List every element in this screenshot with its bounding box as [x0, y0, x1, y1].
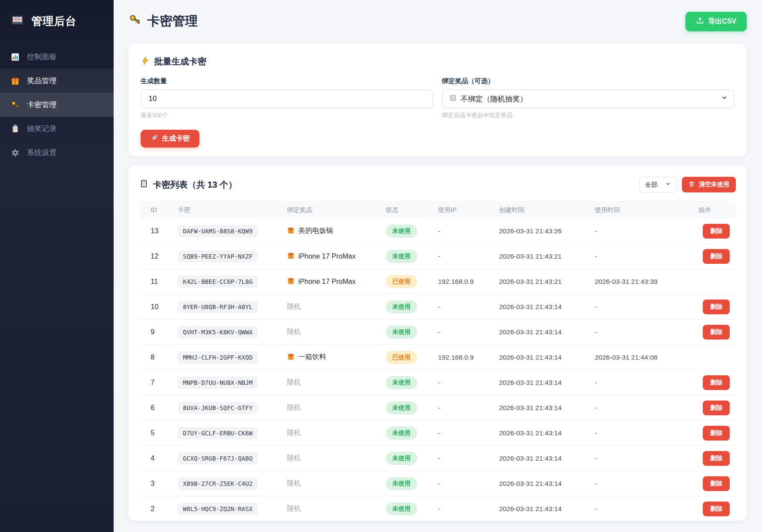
- status-cell: 已使用: [386, 351, 438, 364]
- used-time: -: [595, 404, 698, 412]
- status-cell: 未使用: [386, 300, 438, 313]
- prize-select[interactable]: 不绑定（随机抽奖）: [442, 89, 735, 108]
- prize-name: 随机: [287, 454, 301, 463]
- card-code: 8YER-U8QB-RF3H-A8YL: [178, 301, 258, 313]
- use-ip: -: [438, 379, 499, 387]
- delete-button[interactable]: 删除: [703, 476, 730, 491]
- delete-button[interactable]: 删除: [703, 325, 730, 340]
- used-time: 2026-03-31 21:43:39: [595, 278, 698, 286]
- delete-button[interactable]: 删除: [703, 249, 730, 264]
- column-header: 绑定奖品: [287, 206, 386, 214]
- created-time: 2026-03-31 21:43:14: [499, 404, 595, 412]
- used-time: -: [595, 505, 698, 513]
- card-list-card: 卡密列表（共 13 个） 全部 清空未使用 ID卡密绑定奖品状态使用IP创建时间…: [128, 165, 747, 521]
- card-code-cell: GCXQ-SRGB-F67J-QABQ: [178, 452, 287, 465]
- use-ip: -: [438, 429, 499, 437]
- prize-cell: 随机: [287, 428, 386, 438]
- table-row: 5D7UY-GCLF-ERBU-CK6W随机未使用-2026-03-31 21:…: [139, 421, 736, 446]
- delete-button[interactable]: 删除: [703, 224, 730, 239]
- card-code: K42L-BBEE-CC6P-7L8G: [178, 276, 258, 288]
- delete-button[interactable]: 删除: [703, 375, 730, 390]
- created-time: 2026-03-31 21:43:14: [499, 480, 595, 488]
- batch-generate-card: 批量生成卡密 生成数量 最多500个 绑定奖品（可选） 不绑定（随机抽奖） 绑定…: [128, 44, 747, 156]
- table-row: 8MMHJ-CLFH-2GPF-KXQD一箱饮料已使用192.168.0.920…: [139, 345, 736, 370]
- prize-select-value: 不绑定（随机抽奖）: [461, 94, 527, 104]
- chevron-down-icon: [721, 94, 728, 103]
- created-time: 2026-03-31 21:43:21: [499, 278, 595, 286]
- sidebar-item-prizes[interactable]: 奖品管理: [0, 69, 114, 93]
- delete-button[interactable]: 删除: [703, 300, 730, 314]
- table-body: 13DAFW-UAMS-B8S8-KQW9美的电饭锅未使用-2026-03-31…: [139, 219, 736, 521]
- count-input[interactable]: [141, 89, 433, 108]
- action-cell: 删除: [698, 426, 736, 441]
- generate-button[interactable]: 生成卡密: [141, 130, 199, 148]
- sidebar-item-cards[interactable]: 卡密管理: [0, 93, 114, 117]
- action-cell: 删除: [698, 300, 736, 314]
- prize-name: 随机: [287, 378, 301, 387]
- prize-name: 随机: [287, 428, 301, 438]
- prize-cell: 一箱饮料: [287, 353, 386, 362]
- sidebar: 管理后台 控制面板奖品管理卡密管理抽奖记录系统设置: [0, 0, 114, 532]
- sidebar-logo: 管理后台: [0, 0, 114, 40]
- sidebar-nav: 控制面板奖品管理卡密管理抽奖记录系统设置: [0, 40, 114, 165]
- delete-button[interactable]: 删除: [703, 451, 730, 466]
- prize-cell: iPhone 17 ProMax: [287, 252, 386, 261]
- card-code-cell: QVHT-M3K5-K8KV-QWWA: [178, 326, 287, 338]
- page-header: 卡密管理 导出CSV: [128, 10, 747, 32]
- gear-icon: [10, 148, 20, 158]
- status-filter-select[interactable]: 全部: [639, 177, 677, 192]
- prize-cell: iPhone 17 ProMax: [287, 277, 386, 286]
- table-row: 4GCXQ-SRGB-F67J-QABQ随机未使用-2026-03-31 21:…: [139, 446, 736, 471]
- created-time: 2026-03-31 21:43:14: [499, 429, 595, 437]
- use-ip: -: [438, 455, 499, 462]
- sidebar-item-label: 卡密管理: [27, 100, 57, 110]
- delete-button[interactable]: 删除: [703, 502, 730, 516]
- row-id: 9: [139, 328, 178, 336]
- prize-name: 随机: [287, 327, 301, 337]
- delete-button[interactable]: 删除: [703, 426, 730, 441]
- prize-cell: 随机: [287, 504, 386, 513]
- sidebar-item-settings[interactable]: 系统设置: [0, 141, 114, 165]
- use-ip: -: [438, 480, 499, 488]
- sidebar-item-records[interactable]: 抽奖记录: [0, 117, 114, 141]
- table-row: 2W8L5-HQC9-ZQ2N-RASX随机未使用-2026-03-31 21:…: [139, 496, 736, 521]
- card-code: SQB9-PEEZ-YYAP-NXZF: [178, 250, 258, 263]
- clipboard-icon: [139, 179, 148, 190]
- created-time: 2026-03-31 21:43:14: [499, 354, 595, 361]
- prize-name: 一箱饮料: [298, 353, 326, 362]
- status-cell: 未使用: [386, 502, 438, 515]
- card-code: DAFW-UAMS-B8S8-KQW9: [178, 225, 258, 237]
- table-row: 13DAFW-UAMS-B8S8-KQW9美的电饭锅未使用-2026-03-31…: [139, 219, 736, 244]
- main-content: 卡密管理 导出CSV 批量生成卡密 生成数量 最多500个 绑定奖品（可选）: [114, 0, 762, 532]
- lightning-icon: [141, 56, 150, 67]
- action-cell: 删除: [698, 476, 736, 491]
- delete-button[interactable]: 删除: [703, 401, 730, 415]
- row-id: 2: [139, 505, 178, 513]
- gift-icon: [10, 76, 20, 86]
- card-code: 8UVA-JKUB-SQFC-GTFY: [178, 402, 258, 414]
- card-code: D7UY-GCLF-ERBU-CK6W: [178, 427, 258, 439]
- row-id: 6: [139, 404, 178, 412]
- export-csv-button[interactable]: 导出CSV: [685, 12, 747, 31]
- action-cell: 删除: [698, 224, 736, 239]
- card-code: MMHJ-CLFH-2GPF-KXQD: [178, 351, 258, 364]
- status-badge: 未使用: [386, 250, 417, 263]
- row-id: 8: [139, 354, 178, 361]
- sidebar-item-label: 奖品管理: [27, 76, 57, 86]
- column-header: 操作: [698, 206, 736, 214]
- card-code-cell: DAFW-UAMS-B8S8-KQW9: [178, 225, 287, 237]
- table-row: 68UVA-JKUB-SQFC-GTFY随机未使用-2026-03-31 21:…: [139, 395, 736, 421]
- card-code: GCXQ-SRGB-F67J-QABQ: [178, 452, 258, 465]
- clear-unused-button[interactable]: 清空未使用: [682, 177, 736, 192]
- clipboard-icon: [10, 124, 20, 134]
- app-root: 管理后台 控制面板奖品管理卡密管理抽奖记录系统设置 卡密管理 导出CSV 批量生…: [0, 0, 762, 532]
- used-time: -: [595, 429, 698, 437]
- use-ip: -: [438, 303, 499, 311]
- status-cell: 未使用: [386, 427, 438, 440]
- generate-form: 生成数量 最多500个 绑定奖品（可选） 不绑定（随机抽奖） 绑定后该卡密必中指…: [141, 77, 735, 119]
- card-code-cell: MNPB-D7UU-NU8X-NBJM: [178, 377, 287, 389]
- sidebar-item-dashboard[interactable]: 控制面板: [0, 45, 114, 69]
- card-code-cell: SQB9-PEEZ-YYAP-NXZF: [178, 250, 287, 263]
- card-code: QVHT-M3K5-K8KV-QWWA: [178, 326, 258, 338]
- table-row: 3X89B-27CR-Z5EK-C4U2随机未使用-2026-03-31 21:…: [139, 471, 736, 496]
